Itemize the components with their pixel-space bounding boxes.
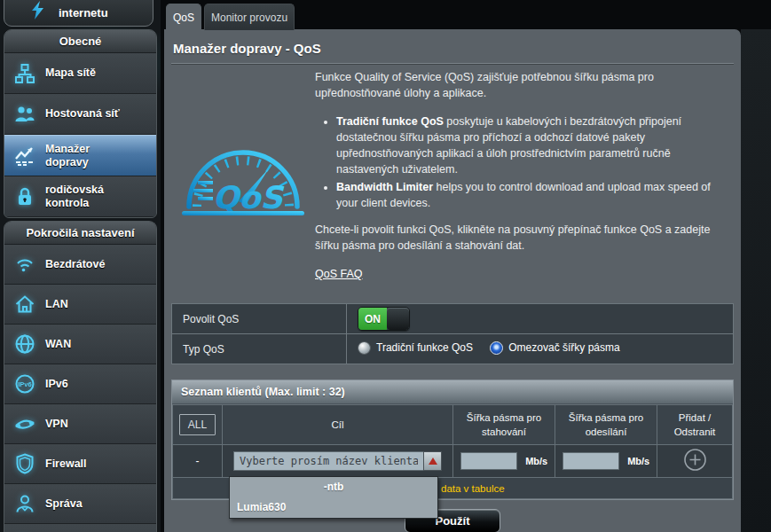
enable-qos-label: Povolit QoS (172, 304, 347, 334)
no-data-text: data v tabulce (441, 483, 505, 494)
vpn-arrows-icon (4, 412, 45, 435)
client-name-combobox[interactable] (233, 451, 423, 471)
sidebar-item-traffic-manager[interactable]: Manažer dopravy (4, 135, 156, 176)
tab-bar: QoS Monitor provozu (166, 4, 295, 30)
sidebar-item-label: Manažer dopravy (45, 143, 90, 169)
sidebar: internetu Obecné Mapa sítě Hostovaná síť (0, 0, 161, 532)
sidebar-item-lan[interactable]: LAN (4, 285, 156, 325)
toggle-on-label: ON (358, 308, 387, 330)
network-map-icon (4, 62, 45, 85)
sidebar-item-label: Mapa sítě (45, 66, 96, 80)
column-download: Šířka pásma pro stahování (453, 405, 555, 445)
tab-traffic-monitor[interactable]: Monitor provozu (204, 4, 295, 30)
qos-description-section: QoS Funkce Quality of Service (QoS) zaji… (171, 69, 734, 282)
add-client-button[interactable] (683, 448, 707, 472)
page-title: Manažer dopravy - QoS (171, 29, 734, 63)
lock-icon (4, 185, 45, 208)
section-header-advanced: Pokročilá nastavení (4, 222, 156, 245)
dropdown-item[interactable]: -ntb (230, 477, 437, 497)
sidebar-item-guest-network[interactable]: Hostovaná síť (4, 94, 156, 135)
column-upload: Šířka pásma pro odesílání (555, 405, 657, 445)
download-bandwidth-input[interactable] (460, 452, 517, 470)
radio-bandwidth-limiter[interactable]: Omezovač šířky pásma (490, 341, 619, 355)
sidebar-item-label: Bezdrátové (45, 258, 105, 271)
sidebar-item-label: Správa (45, 497, 83, 511)
guest-network-icon (4, 103, 45, 126)
sidebar-item-label: WAN (45, 338, 71, 351)
sidebar-item-label: rodičovská kontrola (45, 184, 104, 210)
sidebar-item-label: Hostovaná síť (45, 107, 120, 121)
toggle-knob (387, 308, 409, 330)
qos-toggle[interactable]: ON (358, 307, 410, 331)
upload-bandwidth-input[interactable] (563, 452, 619, 470)
traffic-manager-icon (4, 145, 45, 168)
red-arrow-up-icon (429, 458, 437, 465)
ipv6-globe-icon: IPv6 (4, 372, 45, 395)
sidebar-item-label: Firewall (45, 458, 87, 471)
admin-person-icon (4, 492, 45, 515)
main-panel: Manažer dopravy - QoS QoS Funkce Q (164, 29, 741, 532)
list-item-bandwidth-limiter: Bandwidth Limiter helps you to control d… (336, 179, 721, 211)
tab-qos[interactable]: QoS (166, 4, 201, 30)
globe-icon (4, 332, 45, 356)
radio-icon-checked (490, 341, 503, 355)
client-dropdown-list: -ntb Lumia630 (229, 476, 438, 519)
intro-paragraph-1: Funkce Quality of Service (QoS) zajišťuj… (315, 69, 721, 101)
client-list-table: Seznam klientů (Max. limit : 32) ALL Cíl… (171, 379, 734, 500)
client-entry-row: - Mb/s Mb/s (173, 445, 733, 478)
qos-settings-table: Povolit QoS ON Typ QoS Tradiční funkce Q… (171, 303, 734, 364)
radio-icon (358, 341, 371, 355)
section-header-general: Obecné (4, 30, 156, 53)
sidebar-item-label: VPN (45, 418, 68, 431)
qos-type-label: Typ QoS (172, 334, 347, 364)
sidebar-item-network-map[interactable]: Mapa sítě (4, 53, 156, 94)
sidebar-item-wireless[interactable]: Bezdrátové (4, 245, 156, 285)
sidebar-item-parental-control[interactable]: rodičovská kontrola (4, 176, 156, 217)
sidebar-item-vpn[interactable]: VPN (4, 404, 156, 444)
upload-unit-label: Mb/s (627, 456, 649, 466)
dropdown-item[interactable]: Lumia630 (230, 497, 437, 518)
svg-text:IPv6: IPv6 (18, 380, 31, 388)
qos-feature-list: Tradiční funkce QoS poskytuje u kabelový… (315, 113, 721, 211)
sidebar-section-general: Obecné Mapa sítě Hostovaná síť (4, 29, 157, 218)
radio-traditional-qos[interactable]: Tradiční funkce QoS (358, 341, 473, 355)
client-table-header-row: ALL Cíl Šířka pásma pro stahování Šířka … (173, 405, 733, 445)
sidebar-item-administration[interactable]: Správa (4, 484, 156, 524)
title-divider (171, 63, 734, 64)
shield-icon (4, 452, 45, 475)
sidebar-item-wan[interactable]: WAN (4, 325, 156, 364)
qos-faq-link[interactable]: QoS FAQ (315, 268, 363, 280)
intro-paragraph-2: Chcete-li povolit funkci QoS, klikněte n… (315, 222, 721, 254)
qos-description-text: Funkce Quality of Service (QoS) zajišťuj… (315, 69, 734, 282)
sidebar-item-ipv6[interactable]: IPv6 IPv6 (4, 364, 156, 404)
house-icon (4, 293, 45, 316)
wifi-icon (4, 253, 45, 276)
list-item-traditional-qos: Tradiční funkce QoS poskytuje u kabelový… (336, 113, 721, 177)
download-unit-label: Mb/s (525, 456, 547, 466)
lightning-icon (31, 1, 44, 20)
table-row: Typ QoS Tradiční funkce QoS Omezovač šíř… (172, 334, 734, 364)
sidebar-item-firewall[interactable]: Firewall (4, 444, 156, 484)
quick-setup-label: internetu (59, 6, 108, 20)
svg-text:QoS: QoS (212, 180, 285, 215)
sidebar-item-label: LAN (45, 298, 68, 311)
sidebar-item-label: IPv6 (45, 378, 68, 391)
column-add-remove: Přidat / Odstranit (657, 405, 733, 445)
sidebar-item-system-log[interactable]: Systémový (4, 524, 156, 532)
combobox-dropdown-button[interactable] (423, 451, 442, 471)
row-index: - (173, 445, 223, 478)
client-list-title: Seznam klientů (Max. limit : 32) (172, 380, 733, 404)
table-row: Povolit QoS ON (172, 304, 734, 334)
right-background-shade (741, 29, 771, 532)
all-button[interactable]: ALL (179, 414, 216, 435)
column-target: Cíl (223, 405, 453, 445)
sidebar-section-advanced: Pokročilá nastavení Bezdrátové LAN (4, 221, 157, 532)
qos-gauge-icon: QoS (171, 69, 315, 282)
quick-internet-setup-button[interactable]: internetu (4, 0, 153, 27)
